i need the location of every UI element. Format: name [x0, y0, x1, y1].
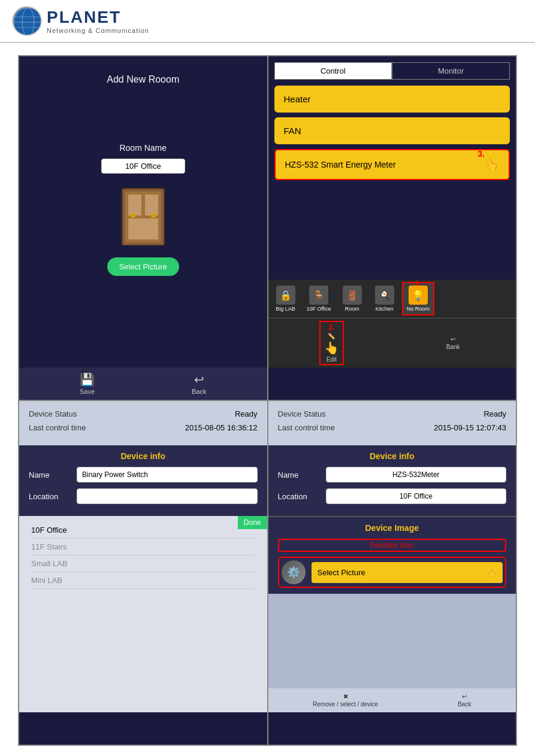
- room-tab-biglab[interactable]: 🔒 Big LAB: [271, 283, 301, 314]
- tab-monitor[interactable]: Monitor: [392, 62, 510, 80]
- quadrant-grid: Add New Rooom Room Name 10F Office Selec…: [18, 55, 517, 746]
- bottom-left-quad: Device Status Ready Last control time 20…: [19, 401, 267, 745]
- name-input[interactable]: [77, 467, 258, 482]
- br-status-section: Device Status Ready Last control time 20…: [268, 401, 516, 445]
- save-button[interactable]: 💾 Save: [80, 372, 95, 395]
- room-tab-10foffice[interactable]: 🪑 10F Office: [303, 283, 335, 314]
- br-location-label: Location: [278, 492, 320, 501]
- br-name-row: Name HZS-532Meter: [278, 467, 507, 482]
- br-remove-button[interactable]: ✖ Remove / select / device: [313, 693, 378, 708]
- kitchen-icon: 🍳: [375, 286, 394, 305]
- logo: PLANET Networking & Communication: [12, 6, 149, 36]
- room-icon: 🚪: [343, 286, 362, 305]
- save-icon: 💾: [80, 372, 95, 387]
- br-device-info-title: Device info: [278, 451, 507, 461]
- step1-label: 1.: [415, 280, 421, 287]
- br-device-status-row: Device Status Ready: [278, 409, 507, 418]
- tab-control[interactable]: Control: [274, 62, 392, 80]
- br-device-info: Device info Name HZS-532Meter Location 1…: [268, 445, 516, 516]
- back-icon: ↩: [194, 372, 204, 387]
- name-field-row: Name: [29, 467, 258, 482]
- device-hzs532[interactable]: 3. HZS-532 Smart Energy Meter 👆: [274, 149, 510, 180]
- top-right-quad: Control Monitor Heater FAN 3. HZS-532 Sm…: [268, 56, 516, 400]
- main-content: Add New Rooom Room Name 10F Office Selec…: [0, 43, 535, 756]
- bl-status-section: Device Status Ready Last control time 20…: [19, 401, 267, 445]
- br-remove-icon: ✖: [343, 693, 348, 700]
- br-cursor-icon: 👆: [487, 568, 497, 577]
- edit-cursor: 👆: [324, 341, 339, 355]
- add-room-title: Add New Rooom: [107, 74, 179, 85]
- bank-label: Bank: [446, 344, 460, 350]
- location-input[interactable]: [77, 488, 258, 504]
- br-location-row: Location 10F Office: [278, 488, 507, 504]
- brand-tagline: Networking & Communication: [47, 27, 149, 34]
- br-back-button[interactable]: ↩ Back: [458, 693, 471, 708]
- svg-point-10: [151, 213, 156, 218]
- br-back-label: Back: [458, 701, 471, 708]
- location-label: Location: [29, 492, 71, 501]
- br-device-image-section: Device Image Function Icon ⚙️ Select Pic…: [268, 516, 516, 594]
- back-label: Back: [192, 388, 206, 395]
- br-bottom-bar: ✖ Remove / select / device ↩ Back: [268, 688, 516, 712]
- tr-bottom-bar: 2. ✏️ 👆 Edit ↩ Bank: [268, 318, 516, 368]
- device-info-title-left: Device info: [29, 451, 258, 461]
- br-select-pic-label: Select Picture: [318, 568, 365, 577]
- function-icon: ⚙️: [282, 560, 306, 584]
- add-room-panel: Add New Rooom Room Name 10F Office Selec…: [19, 56, 267, 368]
- device-status-label: Device Status: [29, 409, 77, 418]
- svg-rect-7: [128, 195, 141, 215]
- last-control-value: 2015-08-05 16:36:12: [185, 423, 258, 432]
- device-status-panel-left: Device Status Ready Last control time 20…: [19, 401, 267, 712]
- room-name-label: Room Name: [119, 143, 167, 153]
- room-name-input[interactable]: 10F Office: [101, 159, 185, 174]
- br-location-value: 10F Office: [326, 488, 507, 504]
- device-status-panel-right: Device Status Ready Last control time 20…: [268, 401, 516, 712]
- br-remove-label: Remove / select / device: [313, 701, 378, 708]
- br-name-value: HZS-532Meter: [326, 467, 507, 482]
- name-label: Name: [29, 470, 71, 479]
- room-tab-kitchen[interactable]: 🍳 Kitchen: [370, 283, 400, 314]
- back-button[interactable]: ↩ Back: [192, 372, 206, 395]
- tl-bottom-bar: 💾 Save ↩ Back: [19, 368, 267, 400]
- br-last-control-value: 2015-09-15 12:07:43: [434, 423, 506, 432]
- save-label: Save: [80, 388, 95, 395]
- door-image: [119, 186, 167, 245]
- bank-button[interactable]: ↩ Bank: [442, 333, 465, 353]
- location-field-row: Location: [29, 488, 258, 504]
- svg-rect-9: [128, 218, 158, 239]
- done-button[interactable]: Done: [238, 516, 267, 529]
- bottom-right-quad: Device Status Ready Last control time 20…: [268, 401, 516, 745]
- step2-label: 2.: [328, 323, 334, 332]
- select-picture-button[interactable]: Select Picture: [107, 257, 179, 276]
- dropdown-item-3[interactable]: Mini LAB: [31, 572, 255, 589]
- top-left-quad: Add New Rooom Room Name 10F Office Selec…: [19, 56, 267, 400]
- function-row: ⚙️ Select Picture 👆: [278, 557, 507, 588]
- bl-device-info: Device info Name Location: [19, 445, 267, 516]
- biglab-icon: 🔒: [276, 286, 295, 305]
- dropdown-item-0[interactable]: 10F Office: [31, 522, 255, 539]
- step3-label: 3.: [477, 149, 485, 159]
- svg-rect-8: [145, 195, 158, 215]
- brand-name: PLANET: [47, 8, 149, 27]
- edit-button[interactable]: 2. ✏️ 👆 Edit: [319, 321, 344, 365]
- device-fan[interactable]: FAN: [274, 117, 510, 144]
- noroom-icon: 💡: [409, 286, 428, 305]
- room-tab-room[interactable]: 🚪 Room: [337, 283, 367, 314]
- bank-icon: ↩: [451, 336, 455, 342]
- br-select-picture-button[interactable]: Select Picture 👆: [312, 562, 503, 583]
- room-tab-noroom[interactable]: 1. 💡 No Room: [402, 282, 434, 315]
- br-name-label: Name: [278, 470, 320, 479]
- logo-globe-icon: [12, 6, 42, 36]
- bl-dropdown-area: Done 10F Office 11F Stairs Small LAB Min…: [19, 516, 267, 712]
- br-device-image-title: Device Image: [278, 523, 507, 533]
- device-heater[interactable]: Heater: [274, 86, 510, 113]
- last-control-row: Last control time 2015-08-05 16:36:12: [29, 423, 258, 432]
- dropdown-item-1[interactable]: 11F Stairs: [31, 539, 255, 555]
- function-icon-label: Function Icon: [278, 539, 507, 552]
- control-monitor-panel: Control Monitor Heater FAN 3. HZS-532 Sm…: [268, 56, 516, 368]
- br-back-icon: ↩: [462, 693, 467, 700]
- br-last-control-label: Last control time: [278, 423, 335, 432]
- edit-label: Edit: [327, 356, 337, 363]
- device-status-value: Ready: [235, 409, 258, 418]
- dropdown-item-2[interactable]: Small LAB: [31, 555, 255, 572]
